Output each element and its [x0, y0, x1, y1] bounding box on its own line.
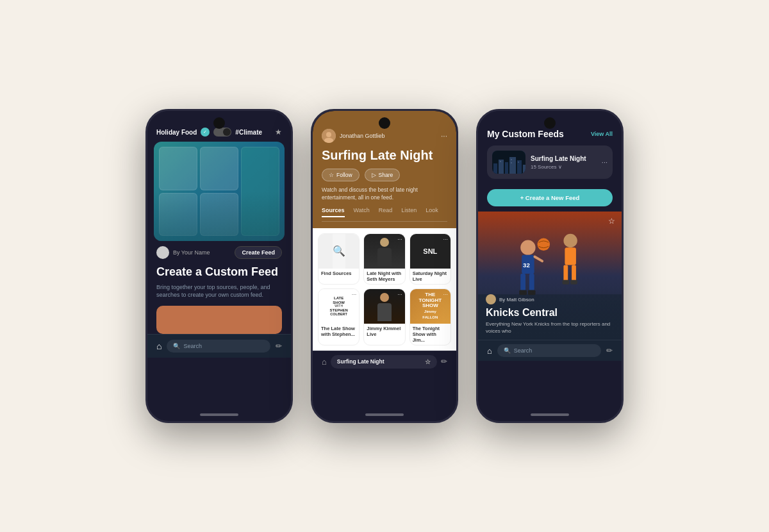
phone2-source-kimmel-name: Jimmy Kimmel Live	[364, 324, 404, 339]
phone1-avatar	[156, 246, 169, 259]
phone3-knicks-title: Knicks Central	[486, 307, 614, 319]
phone1-author-name: By Your Name	[173, 249, 210, 256]
phone1-toggle[interactable]	[213, 128, 231, 137]
phone2-home-icon[interactable]: ⌂	[322, 357, 327, 367]
phone2-bottom-nav: ⌂ Surfing Late Night ☆ ✏	[313, 351, 456, 372]
phone2-tab-look[interactable]: Look	[426, 207, 438, 217]
phone2-title: Surfing Late Night	[322, 148, 447, 162]
phone3-bottom-bar	[531, 413, 569, 416]
phone3-create-feed-btn[interactable]: + Create a New Feed	[487, 189, 613, 206]
phone1-grid-cell	[200, 193, 238, 237]
phone2-feed-star-icon[interactable]: ☆	[425, 358, 431, 365]
phone1-search-icon: 🔍	[173, 343, 180, 349]
svg-rect-4	[493, 163, 497, 174]
phone2-feed-label: Surfing Late Night	[337, 358, 384, 365]
phone1-create-feed-btn[interactable]: Create Feed	[235, 246, 282, 259]
phone1-climate-label: #Climate	[235, 129, 262, 136]
phone-2-notch	[379, 117, 390, 129]
phone-1-custom-feed: Holiday Food ✓ #Climate ★ By Your Name	[145, 109, 293, 423]
phone3-knicks-card[interactable]: 32	[478, 212, 622, 340]
phone3-sources-text: 15 Sources	[531, 164, 556, 170]
phone3-home-icon[interactable]: ⌂	[487, 346, 492, 356]
svg-rect-6	[505, 162, 508, 174]
phone3-view-all[interactable]: View All	[591, 131, 613, 137]
phone2-tab-listen[interactable]: Listen	[401, 207, 417, 217]
phone2-source-snl[interactable]: SNL ··· Saturday Night Live	[409, 233, 451, 285]
phone2-source-fallon-name: The Tonight Show with Jim...	[410, 324, 451, 345]
svg-rect-27	[572, 265, 576, 281]
phone2-source-snl-name: Saturday Night Live	[410, 269, 451, 284]
phone2-tab-watch[interactable]: Watch	[354, 207, 370, 217]
phone1-author-row: By Your Name Create Feed	[147, 241, 291, 262]
phone1-orange-bar	[156, 306, 282, 334]
svg-rect-9	[523, 165, 525, 174]
phone2-feed-pill[interactable]: Surfing Late Night ☆	[331, 355, 437, 369]
phone2-share-icon: ▷	[372, 172, 376, 178]
phone2-source-fallon[interactable]: THETONIGHTSHOWJimmyFALLON ··· The Tonigh…	[409, 288, 451, 345]
phone1-search-text: Search	[183, 343, 202, 349]
phone2-fallon-dots: ···	[443, 291, 448, 297]
phone2-source-find[interactable]: 🔍 Find Sources	[318, 233, 360, 285]
phone2-share-btn[interactable]: ▷ Share	[365, 169, 401, 181]
phone1-grid-cell	[159, 147, 197, 190]
phone2-description: Watch and discuss the best of late night…	[322, 187, 447, 202]
phone2-user-avatar	[322, 129, 336, 143]
phone1-bottom-bar	[200, 413, 238, 416]
phone1-description: Bring together your top sources, people,…	[156, 283, 282, 299]
svg-text:32: 32	[523, 262, 530, 269]
phone1-verified-icon: ✓	[201, 128, 210, 137]
phone2-snl-dots: ···	[443, 236, 448, 242]
phone2-tabs: Sources Watch Read Listen Look	[322, 207, 447, 222]
phone1-grid-cell	[159, 193, 197, 237]
phone3-by-author: By Matt Gibson	[486, 294, 614, 304]
phone2-edit-icon[interactable]: ✏	[441, 357, 447, 366]
phone2-tab-read[interactable]: Read	[379, 207, 393, 217]
phone2-username: Jonathan Gottlieb	[340, 133, 385, 139]
phone2-action-btns: ☆ Follow ▷ Share	[322, 169, 447, 181]
phone-1-notch	[213, 117, 225, 129]
phone3-favorite-star-icon[interactable]: ☆	[608, 217, 615, 226]
svg-rect-25	[565, 247, 576, 265]
svg-point-24	[563, 234, 577, 247]
phone1-bottom-nav: ⌂ 🔍 Search ✏	[147, 334, 291, 358]
svg-rect-11	[511, 159, 512, 160]
phone2-source-lateshow[interactable]: LATE SHOW with stephen colbert ··· The L…	[318, 288, 360, 345]
phone3-search-icon: 🔍	[504, 347, 511, 354]
phone1-grid-cell	[200, 147, 238, 190]
phone2-source-kimmel[interactable]: ··· Jimmy Kimmel Live	[363, 288, 405, 345]
phone3-search-bar[interactable]: 🔍 Search	[497, 344, 601, 357]
phone-3-notch	[544, 117, 556, 129]
phone2-tab-sources[interactable]: Sources	[322, 207, 345, 217]
phone2-source-find-name: Find Sources	[318, 269, 359, 278]
phone2-star-icon: ☆	[329, 172, 334, 178]
phone1-home-icon[interactable]: ⌂	[156, 341, 161, 351]
svg-point-30	[538, 238, 550, 251]
svg-rect-7	[509, 157, 516, 174]
phone-3-my-custom-feeds: My Custom Feeds View All	[476, 109, 624, 423]
phone3-bottom-nav: ⌂ 🔍 Search ✏	[478, 340, 622, 361]
phone1-holiday-label: Holiday Food	[156, 129, 197, 136]
phone2-source-seth[interactable]: ··· Late Night with Seth Meyers	[363, 233, 405, 285]
phone3-feed-dots[interactable]: ···	[602, 158, 608, 166]
phone3-knicks-desc: Everything New York Knicks from the top …	[486, 321, 614, 335]
phone1-search-bar[interactable]: 🔍 Search	[167, 340, 270, 353]
phone1-edit-icon[interactable]: ✏	[276, 342, 282, 351]
svg-rect-28	[562, 280, 569, 285]
phone1-star-icon[interactable]: ★	[275, 128, 282, 137]
phone2-sources-grid: 🔍 Find Sources ···	[313, 228, 456, 351]
phone3-feed-thumb	[492, 151, 525, 174]
phone2-follow-label: Follow	[336, 172, 352, 178]
phone3-feed-info: Surfing Late Night 15 Sources ∨	[531, 155, 597, 170]
svg-point-1	[326, 132, 331, 137]
svg-point-2	[324, 138, 333, 143]
phone1-grid-cell-large	[241, 147, 279, 236]
phone2-dots-icon[interactable]: ···	[441, 131, 447, 140]
svg-rect-29	[570, 280, 577, 285]
phone3-edit-icon[interactable]: ✏	[606, 346, 613, 355]
phone1-title: Create a Custom Feed	[156, 265, 282, 279]
phone3-feed-card[interactable]: Surfing Late Night 15 Sources ∨ ···	[487, 145, 613, 179]
phone2-follow-btn[interactable]: ☆ Follow	[322, 169, 360, 181]
phone2-source-lateshow-name: The Late Show with Stephen...	[318, 324, 359, 339]
phone3-header-title: My Custom Feeds	[487, 129, 564, 139]
phone2-seth-dots: ···	[397, 236, 402, 242]
